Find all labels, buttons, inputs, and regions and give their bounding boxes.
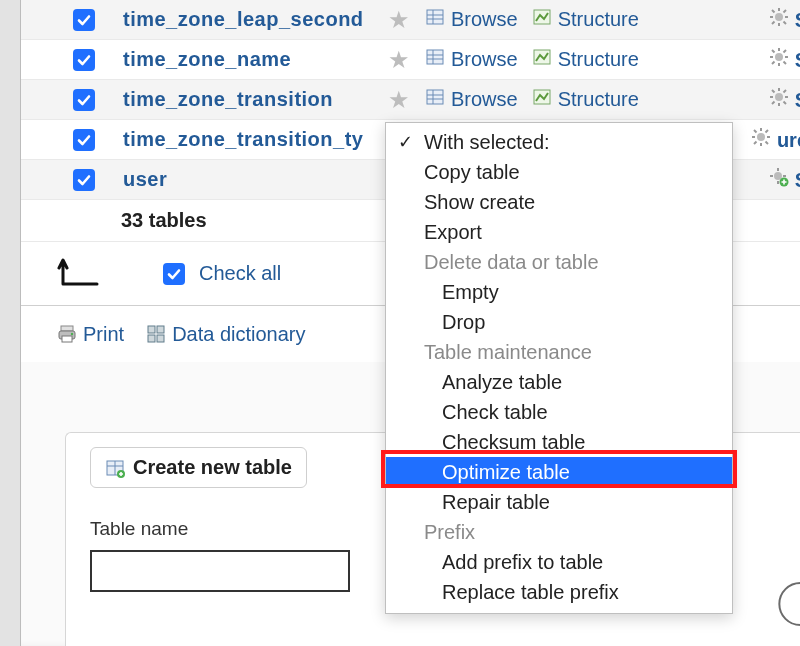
favorite-star-icon[interactable]: ★: [387, 46, 411, 74]
gear-icon: [751, 129, 771, 151]
svg-line-39: [784, 102, 787, 105]
trail-text: S: [795, 89, 800, 111]
svg-line-25: [784, 62, 787, 65]
structure-icon: [532, 47, 552, 72]
dd-optimize-table[interactable]: Optimize table: [386, 457, 732, 487]
svg-line-24: [772, 50, 775, 53]
browse-action[interactable]: Browse: [425, 47, 518, 72]
row-checkbox[interactable]: [73, 49, 95, 71]
select-arrow-icon: [57, 254, 103, 293]
print-label: Print: [83, 323, 124, 346]
table-name-link[interactable]: time_zone_name: [123, 48, 373, 71]
row-trail: S: [769, 47, 800, 72]
tables-summary-text: 33 tables: [121, 209, 207, 232]
data-dictionary-link[interactable]: Data dictionary: [146, 323, 305, 346]
dd-check-table[interactable]: Check table: [386, 397, 732, 427]
row-checkbox[interactable]: [73, 169, 95, 191]
row-checkbox[interactable]: [73, 129, 95, 151]
dd-with-selected[interactable]: With selected:: [386, 127, 732, 157]
dd-group-delete: Delete data or table: [386, 247, 732, 277]
gear-icon: [769, 89, 789, 111]
dd-show-create[interactable]: Show create: [386, 187, 732, 217]
table-name-link[interactable]: user: [123, 168, 373, 191]
structure-action[interactable]: Structure: [532, 47, 639, 72]
check-all-label[interactable]: Check all: [199, 262, 281, 285]
structure-icon: [532, 7, 552, 32]
structure-label: Structure: [558, 8, 639, 31]
dd-checksum-table[interactable]: Checksum table: [386, 427, 732, 457]
structure-label: Structure: [558, 88, 639, 111]
svg-point-47: [757, 133, 765, 141]
structure-action[interactable]: Structure: [532, 7, 639, 32]
trail-text: S: [795, 49, 800, 71]
structure-label: Structure: [558, 48, 639, 71]
browse-action[interactable]: Browse: [425, 87, 518, 112]
svg-line-12: [772, 22, 775, 25]
print-link[interactable]: Print: [57, 323, 124, 346]
table-name-link[interactable]: time_zone_transition_ty: [123, 128, 373, 151]
dd-replace-prefix[interactable]: Replace table prefix: [386, 577, 732, 607]
table-name-link[interactable]: time_zone_leap_second: [123, 8, 373, 31]
svg-rect-73: [148, 335, 155, 342]
svg-rect-14: [427, 50, 443, 64]
structure-icon: [532, 87, 552, 112]
svg-line-41: [784, 90, 787, 93]
browse-action[interactable]: Browse: [425, 7, 518, 32]
main-panel: time_zone_leap_second★BrowseStructure St…: [20, 0, 800, 646]
svg-point-61: [774, 172, 782, 180]
browse-label: Browse: [451, 48, 518, 71]
browse-icon: [425, 47, 445, 72]
row-trail: S: [769, 167, 800, 192]
dd-export[interactable]: Export: [386, 217, 732, 247]
dd-add-prefix[interactable]: Add prefix to table: [386, 547, 732, 577]
browse-label: Browse: [451, 88, 518, 111]
favorite-star-icon[interactable]: ★: [387, 6, 411, 34]
dd-empty[interactable]: Empty: [386, 277, 732, 307]
table-name-label: Table name: [90, 518, 350, 540]
table-add-icon: [105, 458, 125, 478]
table-name-input[interactable]: [90, 550, 350, 592]
svg-line-53: [766, 142, 769, 145]
svg-rect-0: [427, 10, 443, 24]
row-checkbox[interactable]: [73, 9, 95, 31]
svg-line-55: [766, 130, 769, 133]
favorite-star-icon[interactable]: ★: [387, 86, 411, 114]
svg-line-40: [772, 102, 775, 105]
dd-copy-table[interactable]: Copy table: [386, 157, 732, 187]
svg-rect-71: [148, 326, 155, 333]
dd-repair-table[interactable]: Repair table: [386, 487, 732, 517]
svg-rect-67: [61, 326, 73, 331]
svg-rect-72: [157, 326, 164, 333]
trail-text: ure: [777, 129, 800, 151]
svg-point-70: [71, 333, 73, 335]
table-row: time_zone_name★BrowseStructure S: [21, 40, 800, 80]
dd-group-prefix: Prefix: [386, 517, 732, 547]
with-selected-dropdown: With selected: Copy table Show create Ex…: [385, 122, 733, 614]
structure-action[interactable]: Structure: [532, 87, 639, 112]
dd-analyze-table[interactable]: Analyze table: [386, 367, 732, 397]
svg-point-33: [775, 93, 783, 101]
svg-line-52: [754, 130, 757, 133]
table-name-link[interactable]: time_zone_transition: [123, 88, 373, 111]
svg-line-13: [784, 10, 787, 13]
svg-rect-74: [157, 335, 164, 342]
svg-line-10: [772, 10, 775, 13]
row-checkbox[interactable]: [73, 89, 95, 111]
data-dictionary-icon: [146, 324, 166, 344]
trail-text: S: [795, 169, 800, 191]
svg-point-19: [775, 53, 783, 61]
create-table-heading-text: Create new table: [133, 456, 292, 479]
browse-icon: [425, 87, 445, 112]
svg-line-27: [784, 50, 787, 53]
printer-icon: [57, 324, 77, 344]
row-trail: ure: [751, 127, 800, 152]
browse-icon: [425, 7, 445, 32]
table-row: time_zone_transition★BrowseStructure S: [21, 80, 800, 120]
dd-drop[interactable]: Drop: [386, 307, 732, 337]
create-table-heading: Create new table: [90, 447, 307, 488]
gear-icon: [769, 9, 789, 31]
check-all-checkbox[interactable]: [163, 263, 185, 285]
dd-group-maintenance: Table maintenance: [386, 337, 732, 367]
table-row: time_zone_leap_second★BrowseStructure S: [21, 0, 800, 40]
trail-text: S: [795, 9, 800, 31]
